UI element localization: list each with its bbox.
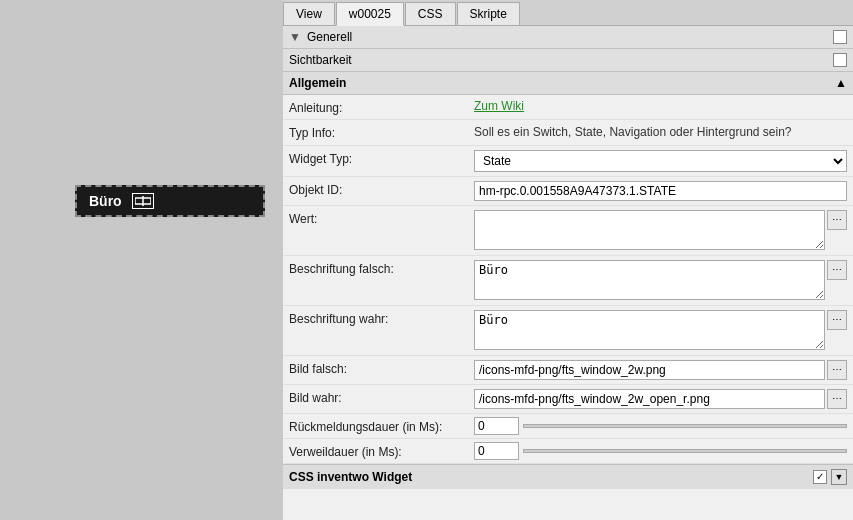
css-inventwo-dropdown[interactable]: ▼	[831, 469, 847, 485]
css-inventwo-checkbox[interactable]: ✓	[813, 470, 827, 484]
bild-falsch-label: Bild falsch:	[289, 360, 474, 376]
sichtbarkeit-title: Sichtbarkeit	[289, 53, 352, 67]
bild-wahr-input[interactable]	[474, 389, 825, 409]
widget-typ-select[interactable]: State	[474, 150, 847, 172]
beschriftung-wahr-textarea[interactable]: Büro	[474, 310, 825, 350]
typ-info-text: Soll es ein Switch, State, Navigation od…	[474, 124, 792, 141]
beschriftung-falsch-textarea[interactable]: Büro	[474, 260, 825, 300]
anleitung-label: Anleitung:	[289, 99, 474, 115]
allgemein-header: Allgemein ▲	[283, 72, 853, 95]
filter-icon: ▼	[289, 30, 301, 44]
widget-typ-row: Widget Typ: State	[283, 146, 853, 177]
beschriftung-wahr-input-group: Büro ⋯	[474, 310, 847, 350]
widget-typ-label: Widget Typ:	[289, 150, 474, 166]
bild-wahr-label: Bild wahr:	[289, 389, 474, 405]
wert-textarea[interactable]	[474, 210, 825, 250]
objekt-id-row: Objekt ID:	[283, 177, 853, 206]
bild-falsch-row: Bild falsch: ⋯	[283, 356, 853, 385]
verweildauer-slider-row	[474, 442, 847, 460]
objekt-id-label: Objekt ID:	[289, 181, 474, 197]
rueckmeldungsdauer-label: Rückmeldungsdauer (in Ms):	[289, 418, 474, 434]
bild-falsch-browse-btn[interactable]: ⋯	[827, 360, 847, 380]
objekt-id-value-area	[474, 181, 847, 201]
rueckmeldungsdauer-slider[interactable]	[523, 424, 847, 428]
beschriftung-wahr-browse-btn[interactable]: ⋯	[827, 310, 847, 330]
generell-title-area: ▼ Generell	[289, 30, 352, 44]
allgemein-collapse-icon[interactable]: ▲	[835, 76, 847, 90]
typ-info-row: Typ Info: Soll es ein Switch, State, Nav…	[283, 120, 853, 146]
beschriftung-falsch-label: Beschriftung falsch:	[289, 260, 474, 276]
verweildauer-row: Verweildauer (in Ms):	[283, 439, 853, 464]
rueckmeldungsdauer-row: Rückmeldungsdauer (in Ms):	[283, 414, 853, 439]
widget-icon	[132, 193, 154, 209]
tab-skripte[interactable]: Skripte	[457, 2, 520, 25]
css-inventwo-section: CSS inventwo Widget ✓ ▼	[283, 464, 853, 489]
bild-falsch-input-group: ⋯	[474, 360, 847, 380]
beschriftung-falsch-row: Beschriftung falsch: Büro ⋯	[283, 256, 853, 306]
allgemein-title: Allgemein	[289, 76, 346, 90]
sichtbarkeit-section-header: Sichtbarkeit	[283, 49, 853, 72]
beschriftung-wahr-value-area: Büro ⋯	[474, 310, 847, 350]
verweildauer-input[interactable]	[474, 442, 519, 460]
beschriftung-wahr-row: Beschriftung wahr: Büro ⋯	[283, 306, 853, 356]
objekt-id-input[interactable]	[474, 181, 847, 201]
bild-falsch-value-area: ⋯	[474, 360, 847, 380]
generell-section-header: ▼ Generell	[283, 26, 853, 49]
bild-wahr-input-group: ⋯	[474, 389, 847, 409]
rueckmeldungsdauer-slider-row	[474, 417, 847, 435]
wert-row: Wert: ⋯	[283, 206, 853, 256]
generell-checkbox[interactable]	[833, 30, 847, 44]
typ-info-label: Typ Info:	[289, 124, 474, 140]
wert-browse-btn[interactable]: ⋯	[827, 210, 847, 230]
tab-css[interactable]: CSS	[405, 2, 456, 25]
css-inventwo-title: CSS inventwo Widget	[289, 470, 412, 484]
beschriftung-falsch-input-group: Büro ⋯	[474, 260, 847, 300]
wert-value-area: ⋯	[474, 210, 847, 250]
sichtbarkeit-title-area: Sichtbarkeit	[289, 53, 352, 67]
beschriftung-falsch-value-area: Büro ⋯	[474, 260, 847, 300]
tab-view[interactable]: View	[283, 2, 335, 25]
css-section-controls: ✓ ▼	[813, 469, 847, 485]
wert-label: Wert:	[289, 210, 474, 226]
widget-preview[interactable]: Büro	[75, 185, 265, 217]
beschriftung-falsch-browse-btn[interactable]: ⋯	[827, 260, 847, 280]
rueckmeldungsdauer-input[interactable]	[474, 417, 519, 435]
left-panel: Büro	[0, 0, 283, 520]
bild-falsch-input[interactable]	[474, 360, 825, 380]
wert-input-group: ⋯	[474, 210, 847, 250]
zum-wiki-link[interactable]: Zum Wiki	[474, 99, 524, 113]
widget-label: Büro	[89, 193, 122, 209]
sichtbarkeit-checkbox[interactable]	[833, 53, 847, 67]
verweildauer-label: Verweildauer (in Ms):	[289, 443, 474, 459]
content-area: ▼ Generell Sichtbarkeit Allgemein ▲ Anle…	[283, 26, 853, 520]
tab-w00025[interactable]: w00025	[336, 2, 404, 26]
anleitung-row: Anleitung: Zum Wiki	[283, 95, 853, 120]
bild-wahr-browse-btn[interactable]: ⋯	[827, 389, 847, 409]
bild-wahr-row: Bild wahr: ⋯	[283, 385, 853, 414]
bild-wahr-value-area: ⋯	[474, 389, 847, 409]
anleitung-value-area: Zum Wiki	[474, 99, 847, 113]
widget-typ-value-area: State	[474, 150, 847, 172]
verweildauer-slider[interactable]	[523, 449, 847, 453]
typ-info-value-area: Soll es ein Switch, State, Navigation od…	[474, 124, 847, 141]
generell-title: Generell	[307, 30, 352, 44]
beschriftung-wahr-label: Beschriftung wahr:	[289, 310, 474, 326]
tab-bar: View w00025 CSS Skripte	[283, 0, 853, 26]
right-panel: View w00025 CSS Skripte ▼ Generell Sicht…	[283, 0, 853, 520]
